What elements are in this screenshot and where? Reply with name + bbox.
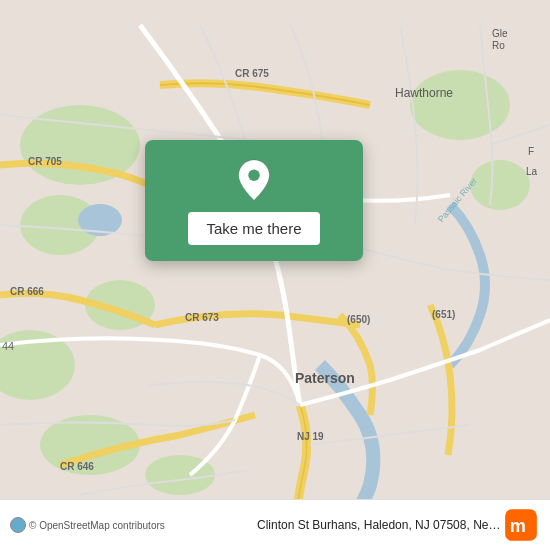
bottom-bar: © OpenStreetMap contributors Clinton St …: [0, 499, 550, 550]
location-pin-icon: [235, 158, 273, 202]
svg-text:CR 675: CR 675: [235, 68, 269, 79]
svg-text:NJ 19: NJ 19: [297, 431, 324, 442]
moovit-icon: m: [504, 508, 538, 542]
svg-text:F: F: [528, 146, 534, 157]
svg-text:Gle: Gle: [492, 28, 508, 39]
svg-text:m: m: [510, 516, 526, 536]
svg-text:CR 705: CR 705: [28, 156, 62, 167]
map-svg: CR 675 CR 705 CR 666 CR 673 (650) (651) …: [0, 0, 550, 550]
svg-text:(651): (651): [432, 309, 455, 320]
svg-point-26: [248, 169, 259, 180]
location-card: Take me there: [145, 140, 363, 261]
address-text: Clinton St Burhans, Haledon, NJ 07508, N…: [257, 518, 504, 532]
svg-text:Ro: Ro: [492, 40, 505, 51]
svg-text:CR 666: CR 666: [10, 286, 44, 297]
take-me-there-button[interactable]: Take me there: [188, 212, 319, 245]
svg-point-4: [410, 70, 510, 140]
svg-text:CR 673: CR 673: [185, 312, 219, 323]
svg-text:La: La: [526, 166, 538, 177]
svg-point-5: [470, 160, 530, 210]
osm-icon: [10, 517, 26, 533]
openstreetmap-logo: © OpenStreetMap contributors: [10, 517, 165, 533]
svg-text:CR 646: CR 646: [60, 461, 94, 472]
osm-attribution: © OpenStreetMap contributors: [29, 520, 165, 531]
svg-text:44: 44: [2, 340, 14, 352]
moovit-logo: m: [504, 508, 538, 542]
svg-text:Paterson: Paterson: [295, 370, 355, 386]
svg-text:(650): (650): [347, 314, 370, 325]
bottom-left: © OpenStreetMap contributors: [10, 517, 257, 533]
map-container: CR 675 CR 705 CR 666 CR 673 (650) (651) …: [0, 0, 550, 550]
svg-text:Hawthorne: Hawthorne: [395, 86, 453, 100]
